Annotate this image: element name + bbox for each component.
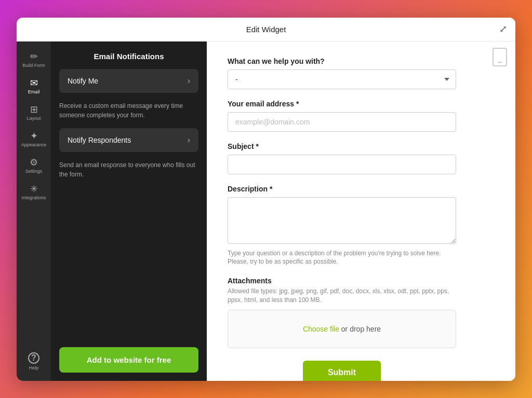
- notify-respondents-card[interactable]: Notify Respondents ›: [59, 128, 198, 152]
- right-panel: What can we help you with? - Your email …: [207, 42, 515, 381]
- help-topic-select[interactable]: -: [228, 70, 456, 89]
- left-panel-footer: Add to website for free: [51, 339, 207, 381]
- expand-icon[interactable]: ⤢: [499, 23, 507, 35]
- notify-me-arrow: ›: [188, 76, 190, 86]
- layout-icon: ⊞: [30, 105, 38, 114]
- notify-me-label: Notify Me: [68, 77, 98, 85]
- sidebar-label-layout: Layout: [26, 116, 41, 121]
- sidebar-icons: ✏ Build Form ✉ Email ⊞ Layout ✦ Appearan…: [17, 42, 51, 381]
- notify-respondents-label: Notify Respondents: [68, 136, 131, 144]
- build-form-icon: ✏: [30, 52, 38, 61]
- title-bar: Edit Widget ⤢: [17, 18, 515, 42]
- appearance-icon: ✦: [30, 131, 38, 141]
- drop-text: or drop here: [339, 325, 381, 333]
- notify-respondents-desc: Send an email response to everyone who f…: [51, 156, 207, 187]
- sidebar-label-settings: Settings: [25, 169, 43, 174]
- main-content: ✏ Build Form ✉ Email ⊞ Layout ✦ Appearan…: [17, 42, 515, 381]
- attachments-label: Attachments: [228, 277, 456, 285]
- email-label: Your email address *: [228, 100, 456, 108]
- sidebar-item-help[interactable]: ? Help: [28, 347, 39, 376]
- sidebar-label-integrations: Integrations: [21, 195, 46, 200]
- form-field-email: Your email address *: [228, 100, 456, 132]
- sidebar-label-help: Help: [29, 365, 39, 370]
- sidebar-item-email[interactable]: ✉ Email: [17, 73, 51, 100]
- sidebar-item-build-form[interactable]: ✏ Build Form: [17, 47, 51, 73]
- help-icon: ?: [28, 352, 39, 364]
- add-website-button[interactable]: Add to website for free: [59, 347, 198, 373]
- integrations-icon: ✳: [30, 184, 38, 194]
- notify-me-desc: Receive a custom email message every tim…: [51, 97, 207, 128]
- attachments-types: Allowed file types: jpg, jpeg, png, gif,…: [228, 287, 456, 305]
- form-field-attachments: Attachments Allowed file types: jpg, jpe…: [228, 277, 456, 348]
- notify-me-card[interactable]: Notify Me ›: [59, 69, 198, 93]
- subject-label: Subject *: [228, 142, 456, 150]
- form-section: What can we help you with? - Your email …: [228, 57, 456, 381]
- choose-file-link[interactable]: Choose file: [303, 325, 339, 333]
- window-title: Edit Widget: [246, 25, 286, 34]
- sidebar-item-appearance[interactable]: ✦ Appearance: [17, 126, 51, 153]
- email-icon: ✉: [30, 78, 38, 88]
- sidebar-label-appearance: Appearance: [21, 142, 47, 147]
- notify-respondents-arrow: ›: [188, 135, 190, 145]
- sidebar-item-layout[interactable]: ⊞ Layout: [17, 100, 51, 126]
- description-hint: Type your question or a description of t…: [228, 249, 456, 267]
- description-label: Description *: [228, 185, 456, 193]
- mobile-preview-icon[interactable]: [493, 48, 507, 66]
- sidebar-item-settings[interactable]: ⚙ Settings: [17, 153, 51, 179]
- form-field-help-topic: What can we help you with? -: [228, 57, 456, 89]
- email-input[interactable]: [228, 112, 456, 132]
- subject-input[interactable]: [228, 155, 456, 174]
- app-window: Edit Widget ⤢ ✏ Build Form ✉ Email ⊞ Lay…: [17, 18, 515, 381]
- sidebar-bottom: ? Help: [28, 347, 39, 381]
- sidebar-label-email: Email: [28, 89, 40, 94]
- form-field-description: Description * Type your question or a de…: [228, 185, 456, 267]
- settings-icon: ⚙: [30, 158, 38, 167]
- sidebar-label-build-form: Build Form: [22, 63, 45, 68]
- submit-button[interactable]: Submit: [303, 361, 381, 381]
- form-field-subject: Subject *: [228, 142, 456, 174]
- sidebar-item-integrations[interactable]: ✳ Integrations: [17, 179, 51, 205]
- help-topic-label: What can we help you with?: [228, 57, 456, 65]
- left-panel-title: Email Notifications: [51, 42, 207, 69]
- description-textarea[interactable]: [228, 197, 456, 244]
- drop-zone[interactable]: Choose file or drop here: [228, 310, 456, 348]
- left-panel: Email Notifications Notify Me › Receive …: [51, 42, 207, 381]
